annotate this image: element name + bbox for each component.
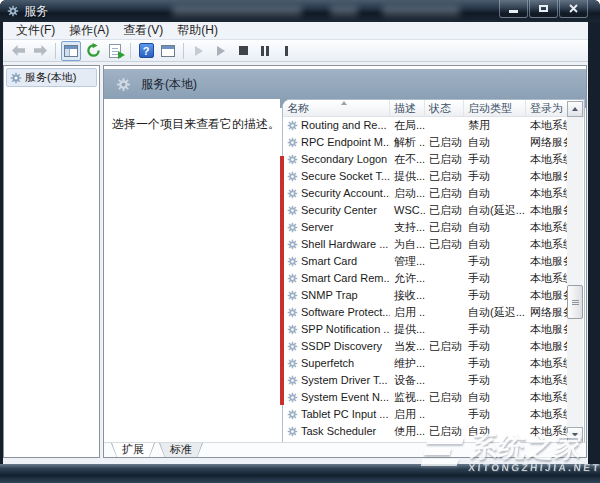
vertical-scrollbar[interactable] [567, 101, 583, 443]
service-description: 启用 ... [390, 406, 425, 423]
menu-item[interactable]: 帮助(H) [170, 22, 225, 39]
close-button[interactable] [559, 0, 588, 18]
start-service-button[interactable] [189, 41, 209, 61]
menu-item[interactable]: 查看(V) [116, 22, 170, 39]
console-tree-icon [64, 45, 78, 57]
service-description: 启动... [390, 185, 425, 202]
service-row[interactable]: Secure Socket T... 提供... 已启动 手动 本地服务 [283, 168, 584, 185]
service-status: 已启动 [425, 151, 464, 168]
column-header-description[interactable]: 描述 [390, 100, 425, 116]
show-hide-action-pane-button[interactable] [158, 41, 178, 61]
service-name: RPC Endpoint M... [301, 134, 390, 151]
scroll-up-button[interactable] [567, 101, 583, 117]
service-gear-icon [287, 239, 298, 250]
service-name: SPP Notification ... [301, 321, 390, 338]
menu-item[interactable]: 操作(A) [62, 22, 116, 39]
view-tab[interactable]: 扩展 [109, 443, 157, 458]
service-gear-icon [287, 324, 298, 335]
back-button[interactable] [8, 41, 28, 61]
service-gear-icon [287, 154, 298, 165]
window-title: 服务 [24, 3, 48, 20]
service-row[interactable]: Superfetch 维护... 手动 本地系统 [283, 355, 584, 372]
show-hide-console-tree-button[interactable] [61, 41, 81, 61]
restart-service-button[interactable] [277, 41, 297, 61]
toolbar-separator [183, 43, 184, 59]
service-startup-type: 手动 [464, 270, 526, 287]
view-tab-label: 扩展 [112, 443, 154, 457]
tree-item-services-local[interactable]: 服务(本地) [6, 68, 97, 87]
service-startup-type: 手动 [464, 406, 526, 423]
scrollbar-thumb[interactable] [567, 285, 583, 319]
column-header-name[interactable]: 名称 [283, 100, 390, 116]
service-gear-icon [287, 375, 298, 386]
service-name: Tablet PC Input ... [301, 406, 388, 423]
service-gear-icon [287, 171, 298, 182]
redacted-title-text [172, 6, 302, 16]
services-gear-icon [10, 72, 22, 84]
watermark-subtitle: XITONGZHIJIA.NET [468, 462, 600, 473]
menu-item[interactable]: 文件(F) [9, 22, 62, 39]
service-startup-type: 自动 [464, 236, 526, 253]
service-row[interactable]: Shell Hardware ... 为自... 已启动 自动 本地系统 [283, 236, 584, 253]
forward-button[interactable] [30, 41, 50, 61]
service-row[interactable]: Server 支持... 已启动 自动 本地系统 [283, 219, 584, 236]
column-header-status[interactable]: 状态 [425, 100, 464, 116]
back-icon [11, 44, 26, 57]
service-description: 提供... [390, 168, 425, 185]
service-description: WSC... [390, 202, 425, 219]
service-row[interactable]: SSDP Discovery 当发... 已启动 手动 本地服务 [283, 338, 584, 355]
help-button[interactable]: ? [136, 41, 156, 61]
service-row[interactable]: Routing and Re... 在局... 禁用 本地系统 [283, 117, 584, 134]
maximize-button[interactable] [529, 0, 558, 18]
view-tab[interactable]: 标准 [157, 443, 205, 458]
service-name: Routing and Re... [301, 117, 387, 134]
description-hint: 选择一个项目来查看它的描述。 [112, 116, 280, 133]
toolbar: ? [3, 40, 588, 62]
service-row[interactable]: SPP Notification ... 提供... 手动 本地服务 [283, 321, 584, 338]
service-name: Secondary Logon [301, 151, 387, 168]
redacted-title-text [382, 6, 460, 16]
service-gear-icon [287, 341, 298, 352]
service-status: 已启动 [425, 236, 464, 253]
list-header: 名称 描述 状态 启动类型 登录为 [283, 100, 584, 117]
main-area: 服务(本地) 服务(本地) 选择一个项目来查看它的描述。 [3, 63, 588, 464]
service-description: 监视... [390, 389, 425, 406]
menu-bar: 文件(F) 操作(A) 查看(V) 帮助(H) [3, 22, 588, 40]
title-bar: 服务 [0, 0, 600, 22]
minimize-button[interactable] [499, 0, 528, 18]
tree-item-label: 服务(本地) [25, 70, 76, 85]
service-startup-type: 手动 [464, 338, 526, 355]
service-gear-icon [287, 137, 298, 148]
service-status: 已启动 [425, 219, 464, 236]
column-header-startup-type[interactable]: 启动类型 [464, 100, 526, 116]
service-gear-icon [287, 426, 298, 437]
refresh-icon [86, 43, 101, 58]
service-startup-type: 自动 [464, 219, 526, 236]
service-name: Smart Card [301, 253, 357, 270]
export-list-button[interactable] [105, 41, 125, 61]
forward-icon [33, 44, 48, 57]
service-row[interactable]: System Driver T... 设备... 手动 本地系统 [283, 372, 584, 389]
stop-service-button[interactable] [233, 41, 253, 61]
service-row[interactable]: Tablet PC Input ... 启用 ... 手动 本地系统 [283, 406, 584, 423]
resume-service-button[interactable] [211, 41, 231, 61]
service-row[interactable]: Software Protect... 启用 ... 自动(延迟... 网络服务 [283, 304, 584, 321]
refresh-button[interactable] [83, 41, 103, 61]
redacted-title-text [330, 6, 358, 16]
service-row[interactable]: System Event N... 监视... 已启动 自动 本地系统 [283, 389, 584, 406]
sort-ascending-icon [341, 101, 347, 105]
service-row[interactable]: Smart Card Rem... 允许... 手动 本地系统 [283, 270, 584, 287]
service-row[interactable]: Secondary Logon 在不... 已启动 手动 本地系统 [283, 151, 584, 168]
window-controls [498, 0, 588, 18]
service-row[interactable]: SNMP Trap 接收... 手动 本地服务 [283, 287, 584, 304]
service-startup-type: 自动 [464, 134, 526, 151]
watermark-title: 系统之家 [469, 433, 600, 461]
action-pane-icon [161, 45, 175, 57]
service-row[interactable]: Smart Card 管理... 手动 本地服务 [283, 253, 584, 270]
service-description: 支持... [390, 219, 425, 236]
service-row[interactable]: Security Center WSC... 已启动 自动(延迟... 本地服务 [283, 202, 584, 219]
pause-service-button[interactable] [255, 41, 275, 61]
service-row[interactable]: Security Account... 启动... 已启动 自动 本地系统 [283, 185, 584, 202]
service-row[interactable]: RPC Endpoint M... 解析 ... 已启动 自动 网络服务 [283, 134, 584, 151]
service-status: 已启动 [425, 185, 464, 202]
